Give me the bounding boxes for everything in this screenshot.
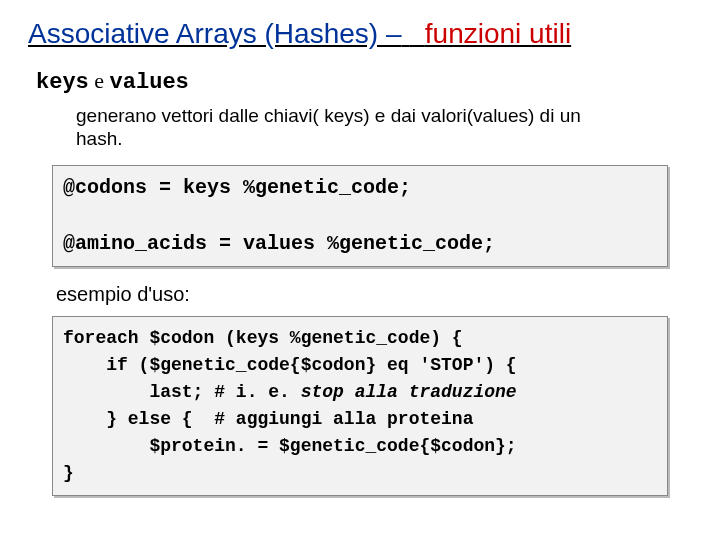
slide-title: Associative Arrays (Hashes) – funzioni u… (28, 18, 692, 50)
code-block-2: foreach $codon (keys %genetic_code) { if… (63, 325, 657, 487)
subheading-keys: keys (36, 70, 89, 95)
code2-l4: } else { # aggiungi alla proteina (63, 409, 473, 429)
code2-l2: if ($genetic_code{$codon} eq 'STOP') { (63, 355, 517, 375)
code2-l3a: last; # i. e. (63, 382, 301, 402)
code-box-1: @codons = keys %genetic_code; @amino_aci… (52, 165, 668, 267)
code-block-1: @codons = keys %genetic_code; @amino_aci… (63, 174, 657, 258)
code2-l6: } (63, 463, 74, 483)
slide-container: Associative Arrays (Hashes) – funzioni u… (0, 0, 720, 530)
example-label: esempio d'uso: (56, 283, 692, 306)
title-part1: Associative Arrays (Hashes) – (28, 18, 401, 49)
code-box-2: foreach $codon (keys %genetic_code) { if… (52, 316, 668, 496)
code2-l3b: stop alla traduzione (301, 382, 517, 402)
subheading: keys e values (36, 68, 684, 95)
subheading-conj: e (89, 68, 110, 93)
code2-l1: foreach $codon (keys %genetic_code) { (63, 328, 463, 348)
title-part2: funzioni utili (425, 18, 571, 49)
description-text: generano vettori dalle chiavi( keys) e d… (76, 105, 596, 151)
subheading-values: values (110, 70, 189, 95)
code2-l5: $protein. = $genetic_code{$codon}; (63, 436, 527, 456)
code1-line1: @codons = keys %genetic_code; (63, 176, 411, 199)
code1-line2: @amino_acids = values %genetic_code; (63, 232, 495, 255)
